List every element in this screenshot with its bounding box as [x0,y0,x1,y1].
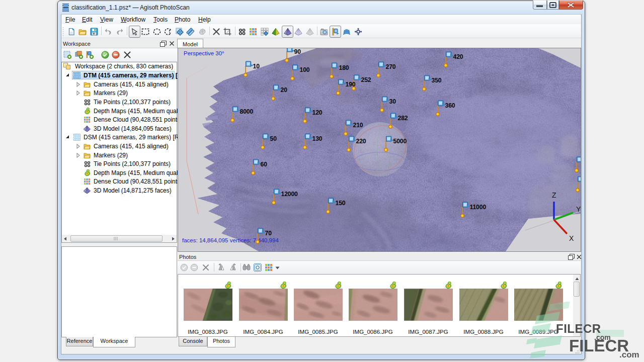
svg-text:220: 220 [356,138,366,145]
svg-text:100: 100 [300,66,310,73]
svg-text:252: 252 [361,76,371,83]
svg-text:20: 20 [281,86,288,94]
svg-text:12000: 12000 [281,191,298,198]
svg-text:190: 190 [346,81,356,88]
svg-text:faces: 14,864,095 vertices: 7,: faces: 14,864,095 vertices: 7,440,994 [182,237,279,243]
svg-text:60: 60 [261,161,268,168]
svg-text:Perspective 30°: Perspective 30° [184,50,224,56]
svg-text:270: 270 [386,63,396,70]
svg-text:90: 90 [294,48,301,55]
svg-text:130: 130 [312,135,323,142]
svg-text:11000: 11000 [470,204,487,211]
svg-text:8000: 8000 [240,108,254,115]
svg-text:210: 210 [353,122,363,129]
svg-text:282: 282 [398,115,408,122]
svg-text:50: 50 [270,135,277,142]
svg-text:70: 70 [265,230,272,237]
svg-text:350: 350 [432,77,442,84]
svg-text:.com: .com [619,350,639,359]
svg-text:120: 120 [312,109,323,116]
svg-text:5000: 5000 [393,138,407,145]
svg-text:180: 180 [339,64,349,71]
svg-text:X: X [569,234,574,242]
svg-text:Y: Y [576,205,581,213]
svg-text:150: 150 [336,200,346,207]
svg-text:30: 30 [389,98,396,105]
svg-text:360: 360 [445,102,455,109]
svg-text:420: 420 [453,53,463,60]
svg-text:Z: Z [552,191,556,199]
svg-text:10: 10 [253,63,260,70]
